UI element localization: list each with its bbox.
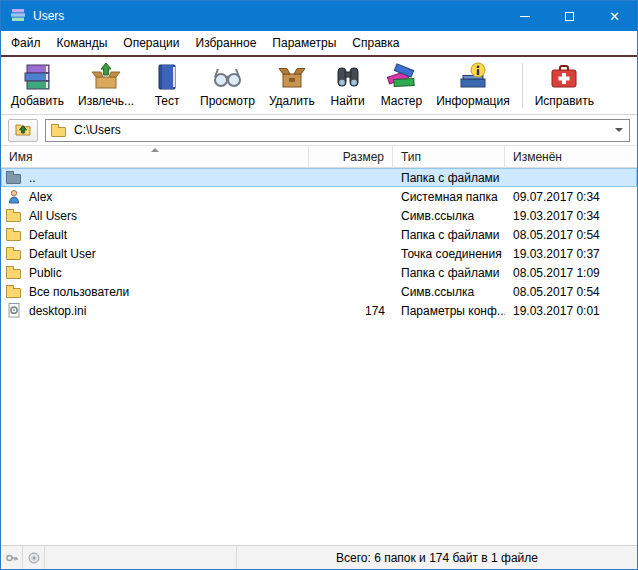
- file-modified: 19.03.2017 0:34: [505, 206, 637, 225]
- total-info-pane: Всего: 6 папок и 174 байт в 1 файле: [237, 546, 637, 569]
- toolbar-button-info[interactable]: Информация: [429, 59, 516, 109]
- test-icon: [151, 61, 183, 93]
- toolbar-button-repair[interactable]: Исправить: [528, 59, 601, 109]
- info-icon: [457, 61, 489, 93]
- file-type: Папка с файлами: [393, 263, 505, 282]
- folder-icon: [6, 227, 23, 242]
- menubar: Файл Команды Операции Избранное Параметр…: [1, 31, 637, 55]
- menu-item-favorites[interactable]: Избранное: [188, 33, 265, 53]
- toolbar-button-label: Просмотр: [200, 94, 255, 108]
- toolbar-button-wizard[interactable]: Мастер: [374, 59, 430, 109]
- find-icon: [332, 61, 364, 93]
- sort-ascending-icon: [151, 148, 159, 152]
- menu-item-operations[interactable]: Операции: [115, 33, 187, 53]
- file-name: ..: [29, 171, 36, 185]
- file-size: [309, 225, 393, 244]
- window-title: Users: [33, 9, 64, 23]
- user-folder-icon: [6, 189, 23, 204]
- toolbar-button-find[interactable]: Найти: [322, 59, 374, 109]
- menu-item-options[interactable]: Параметры: [264, 33, 344, 53]
- menu-item-file[interactable]: Файл: [3, 33, 49, 53]
- window-controls: ✕: [502, 1, 637, 31]
- file-modified: 19.03.2017 0:01: [505, 301, 637, 320]
- delete-icon: [276, 61, 308, 93]
- repair-icon: [548, 61, 580, 93]
- file-type: Параметры конф...: [393, 301, 505, 320]
- column-header-type[interactable]: Тип: [393, 146, 505, 167]
- close-button[interactable]: ✕: [592, 1, 637, 31]
- toolbar-button-label: Мастер: [381, 94, 423, 108]
- toolbar-button-add[interactable]: Добавить: [4, 59, 71, 109]
- address-row: C:\Users: [1, 115, 637, 146]
- file-row[interactable]: .. Папка с файлами: [1, 168, 637, 187]
- file-name: Все пользователи: [29, 285, 129, 299]
- file-row[interactable]: Default Папка с файлами 08.05.2017 0:54: [1, 225, 637, 244]
- folder-icon: [6, 265, 23, 280]
- file-rows: .. Папка с файлами Alex Сис: [1, 168, 637, 545]
- file-type: Папка с файлами: [393, 225, 505, 244]
- ini-file-icon: [6, 303, 23, 318]
- minimize-button[interactable]: [502, 1, 547, 31]
- toolbar-button-label: Найти: [331, 94, 365, 108]
- address-path: C:\Users: [74, 123, 603, 137]
- address-dropdown-button[interactable]: [609, 120, 629, 141]
- file-row[interactable]: Public Папка с файлами 08.05.2017 1:09: [1, 263, 637, 282]
- selection-info-pane: [45, 546, 237, 569]
- winrar-window: Users ✕ Файл Команды Операции Избранное …: [0, 0, 638, 570]
- folder-up-arrow-icon: [15, 121, 31, 140]
- file-size: [309, 168, 393, 187]
- up-directory-button[interactable]: [8, 119, 38, 142]
- column-header-size[interactable]: Размер: [309, 146, 393, 167]
- extract-icon: [90, 61, 122, 93]
- column-header-modified[interactable]: Изменён: [505, 146, 637, 167]
- file-name: All Users: [29, 209, 77, 223]
- toolbar-button-label: Извлечь...: [78, 94, 134, 108]
- file-row[interactable]: Default User Точка соединения 19.03.2017…: [1, 244, 637, 263]
- add-archive-icon: [22, 61, 54, 93]
- address-combobox[interactable]: C:\Users: [45, 119, 630, 142]
- menu-item-help[interactable]: Справка: [344, 33, 407, 53]
- file-type: Папка с файлами: [393, 168, 505, 187]
- file-modified: 08.05.2017 0:54: [505, 282, 637, 301]
- folder-icon: [6, 208, 23, 223]
- file-type: Симв.ссылка: [393, 206, 505, 225]
- wizard-icon: [385, 61, 417, 93]
- file-type: Системная папка: [393, 187, 505, 206]
- file-modified: [505, 168, 637, 187]
- file-size: 174: [309, 301, 393, 320]
- column-header-name[interactable]: Имя: [1, 146, 309, 167]
- file-size: [309, 244, 393, 263]
- file-row[interactable]: Alex Системная папка 09.07.2017 0:34: [1, 187, 637, 206]
- file-name: Public: [29, 266, 62, 280]
- folder-up-icon: [6, 170, 23, 185]
- file-type: Симв.ссылка: [393, 282, 505, 301]
- toolbar-button-view[interactable]: Просмотр: [193, 59, 262, 109]
- file-modified: 08.05.2017 0:54: [505, 225, 637, 244]
- file-name: Default User: [29, 247, 96, 261]
- column-header-label: Изменён: [513, 150, 562, 164]
- file-row[interactable]: All Users Симв.ссылка 19.03.2017 0:34: [1, 206, 637, 225]
- toolbar-button-label: Добавить: [11, 94, 64, 108]
- file-modified: 08.05.2017 1:09: [505, 263, 637, 282]
- toolbar-button-test[interactable]: Тест: [141, 59, 193, 109]
- file-list: Имя Размер Тип Изменён .. Папка с файлам…: [1, 146, 637, 545]
- list-header: Имя Размер Тип Изменён: [1, 146, 637, 168]
- file-row[interactable]: Все пользователи Симв.ссылка 08.05.2017 …: [1, 282, 637, 301]
- titlebar: Users ✕: [1, 1, 637, 31]
- file-modified: 19.03.2017 0:37: [505, 244, 637, 263]
- column-header-label: Тип: [401, 150, 421, 164]
- file-name: Alex: [29, 190, 52, 204]
- file-size: [309, 187, 393, 206]
- statusbar: Всего: 6 папок и 174 байт в 1 файле: [1, 545, 637, 569]
- toolbar-button-delete[interactable]: Удалить: [262, 59, 322, 109]
- file-size: [309, 206, 393, 225]
- maximize-button[interactable]: [547, 1, 592, 31]
- toolbar: Добавить Извлечь... Тест: [1, 57, 637, 115]
- folder-icon: [6, 246, 23, 261]
- file-size: [309, 282, 393, 301]
- menu-item-commands[interactable]: Команды: [49, 33, 116, 53]
- toolbar-button-extract[interactable]: Извлечь...: [71, 59, 141, 109]
- file-row[interactable]: desktop.ini 174 Параметры конф... 19.03.…: [1, 301, 637, 320]
- file-type: Точка соединения: [393, 244, 505, 263]
- toolbar-button-label: Исправить: [535, 94, 594, 108]
